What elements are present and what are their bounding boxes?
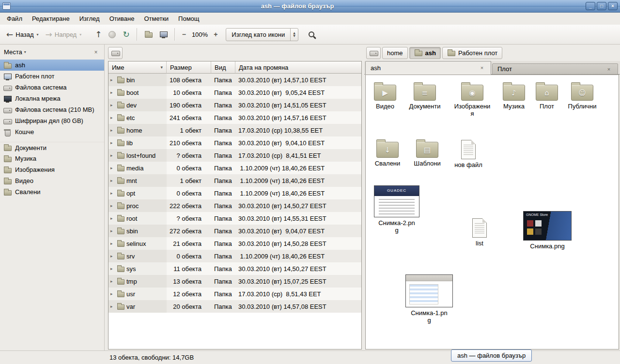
icon-view-item[interactable]: list	[462, 217, 497, 247]
maximize-button[interactable]: □	[597, 2, 606, 10]
expander-icon[interactable]: ▸	[110, 166, 115, 170]
sidebar-place-item[interactable]: Изображения	[0, 164, 104, 175]
sidebar-place-item[interactable]: Файлова система (210 MB)	[0, 104, 104, 115]
table-row[interactable]: ▸ usr 12 обекта Папка 17.03.2010 (ср) 8,…	[108, 288, 361, 300]
column-header-size[interactable]: Размер	[167, 61, 211, 74]
sidebar-place-item[interactable]: Свалени	[0, 186, 104, 197]
table-row[interactable]: ▸ mnt 1 обект Папка 1.10.2009 (чт) 18,40…	[108, 174, 361, 187]
forward-button[interactable]: → Напред ▾	[42, 28, 85, 41]
menu-bookmarks[interactable]: Отметки	[139, 13, 173, 25]
table-row[interactable]: ▸ lib 210 обекта Папка 30.03.2010 (вт) 9…	[108, 136, 361, 149]
expander-icon[interactable]: ▸	[110, 178, 115, 183]
table-row[interactable]: ▸ tmp 13 обекта Папка 30.03.2010 (вт) 15…	[108, 275, 361, 288]
table-row[interactable]: ▸ etc 241 обекта Папка 30.03.2010 (вт) 1…	[108, 111, 361, 124]
sidebar-place-item[interactable]: Шифриран дял (80 GB)	[0, 115, 104, 126]
icon-view-item[interactable]: ⌂ Плот	[527, 82, 566, 110]
pathbar-button[interactable]: ash	[409, 47, 441, 59]
column-header-date[interactable]: Дата на промяна	[235, 61, 361, 74]
expander-icon[interactable]: ▸	[110, 90, 115, 95]
pathbar-button[interactable]: home	[382, 47, 408, 59]
table-row[interactable]: ▸ media 0 обекта Папка 1.10.2009 (чт) 18…	[108, 162, 361, 174]
icon-view-item[interactable]: ☺ Публични	[563, 82, 602, 110]
expander-icon[interactable]: ▸	[110, 266, 115, 271]
reload-button[interactable]: ↻	[119, 28, 133, 41]
zoom-out-button[interactable]: −	[179, 29, 189, 40]
expander-icon[interactable]: ▸	[110, 228, 115, 233]
icon-view-item[interactable]: Снимка-1.png	[403, 274, 455, 324]
view-mode-spinner[interactable]: ▲ ▼	[290, 29, 298, 41]
up-button[interactable]: ↑	[92, 28, 105, 41]
sidebar-place-item[interactable]: Кошче	[0, 126, 104, 137]
expander-icon[interactable]: ▸	[110, 241, 115, 246]
tab-close-icon[interactable]: ×	[605, 65, 613, 73]
sidebar-place-item[interactable]: Локална мрежа	[0, 93, 104, 104]
menu-file[interactable]: Файл	[2, 13, 27, 25]
table-row[interactable]: ▸ boot 10 обекта Папка 30.03.2010 (вт) 9…	[108, 86, 361, 99]
expander-icon[interactable]: ▸	[110, 191, 115, 196]
places-header[interactable]: Места ▾ ×	[0, 45, 104, 60]
pathbar-button[interactable]: Работен плот	[442, 47, 502, 59]
table-row[interactable]: ▸ home 1 обект Папка 17.03.2010 (ср) 10,…	[108, 124, 361, 136]
expander-icon[interactable]: ▸	[110, 77, 115, 82]
minimize-button[interactable]: _	[586, 2, 595, 10]
search-button[interactable]	[304, 28, 319, 41]
sidebar-place-item[interactable]: ash	[0, 60, 104, 71]
table-row[interactable]: ▸ selinux 21 обекта Папка 30.03.2010 (вт…	[108, 237, 361, 250]
icon-view-item[interactable]: ↓ Свалени	[368, 139, 407, 167]
table-row[interactable]: ▸ sbin 272 обекта Папка 30.03.2010 (вт) …	[108, 225, 361, 237]
menu-edit[interactable]: Редактиране	[27, 13, 75, 25]
expander-icon[interactable]: ▸	[110, 103, 115, 107]
view-mode-select[interactable]: Изглед като икони ▲ ▼	[226, 28, 298, 41]
pathbar-root-button[interactable]	[108, 47, 123, 59]
table-row[interactable]: ▸ bin 108 обекта Папка 30.03.2010 (вт) 1…	[108, 74, 361, 86]
column-header-name[interactable]: Име ▾	[108, 61, 167, 74]
icon-view[interactable]: ▶ Видео ≡ Документи ◉ Изображения ♪ Музи…	[365, 75, 619, 349]
expander-icon[interactable]: ▸	[110, 291, 115, 296]
pathbar-root-button[interactable]	[366, 47, 381, 59]
forward-dropdown-icon[interactable]: ▾	[79, 32, 81, 37]
expander-icon[interactable]: ▸	[110, 216, 115, 221]
expander-icon[interactable]: ▸	[110, 304, 115, 309]
stop-button[interactable]	[105, 29, 119, 41]
expander-icon[interactable]: ▸	[110, 115, 115, 120]
places-close-button[interactable]: ×	[92, 48, 100, 57]
expander-icon[interactable]: ▸	[110, 140, 115, 145]
tab-plot[interactable]: Плот ×	[492, 63, 618, 75]
icon-view-item[interactable]: ≡ Документи	[405, 82, 444, 110]
column-header-type[interactable]: Вид	[211, 61, 235, 74]
menu-view[interactable]: Изглед	[75, 13, 105, 25]
back-button[interactable]: ← Назад ▾	[3, 28, 42, 41]
table-row[interactable]: ▸ root ? обекта Папка 30.03.2010 (вт) 14…	[108, 212, 361, 225]
icon-view-item[interactable]: нов файл	[449, 139, 488, 168]
table-row[interactable]: ▸ opt 0 обекта Папка 1.10.2009 (чт) 18,4…	[108, 187, 361, 199]
expander-icon[interactable]: ▸	[110, 279, 115, 284]
close-button[interactable]: ×	[608, 2, 618, 10]
sidebar-place-item[interactable]: Видео	[0, 175, 104, 186]
zoom-in-button[interactable]: +	[210, 29, 221, 40]
table-row[interactable]: ▸ lost+found ? обекта Папка 17.03.2010 (…	[108, 149, 361, 162]
icon-view-item[interactable]: ▶ Видео	[366, 82, 404, 110]
expander-icon[interactable]: ▸	[110, 254, 115, 258]
expander-icon[interactable]: ▸	[110, 203, 115, 208]
icon-view-item[interactable]: GNOME Store Снимка.png	[522, 211, 573, 250]
icon-view-item[interactable]: ◉ Изображения	[453, 82, 492, 117]
computer-button[interactable]	[156, 28, 171, 41]
tab-close-icon[interactable]: ×	[478, 64, 486, 72]
window-list-button[interactable]: ash — файлов браузър	[451, 349, 532, 362]
tab-ash[interactable]: ash ×	[365, 61, 491, 75]
expander-icon[interactable]: ▸	[110, 153, 115, 158]
back-dropdown-icon[interactable]: ▾	[37, 32, 39, 37]
table-row[interactable]: ▸ srv 0 обекта Папка 1.10.2009 (чт) 18,4…	[108, 250, 361, 262]
menu-go[interactable]: Отиване	[105, 13, 140, 25]
expander-icon[interactable]: ▸	[110, 128, 115, 133]
home-button[interactable]	[141, 28, 156, 41]
table-row[interactable]: ▸ sys 11 обекта Папка 30.03.2010 (вт) 14…	[108, 262, 361, 275]
sidebar-place-item[interactable]: Файлова система	[0, 82, 104, 93]
icon-view-item[interactable]: GUADEC Снимка-2.png	[372, 185, 422, 234]
table-row[interactable]: ▸ dev 190 обекта Папка 30.03.2010 (вт) 1…	[108, 99, 361, 111]
sidebar-place-item[interactable]: Музика	[0, 153, 104, 164]
icon-view-item[interactable]: ▤ Шаблони	[408, 139, 447, 167]
table-row[interactable]: ▸ var 20 обекта Папка 30.03.2010 (вт) 14…	[108, 300, 361, 313]
sidebar-place-item[interactable]: Работен плот	[0, 71, 104, 82]
sidebar-place-item[interactable]: Документи	[0, 142, 104, 153]
